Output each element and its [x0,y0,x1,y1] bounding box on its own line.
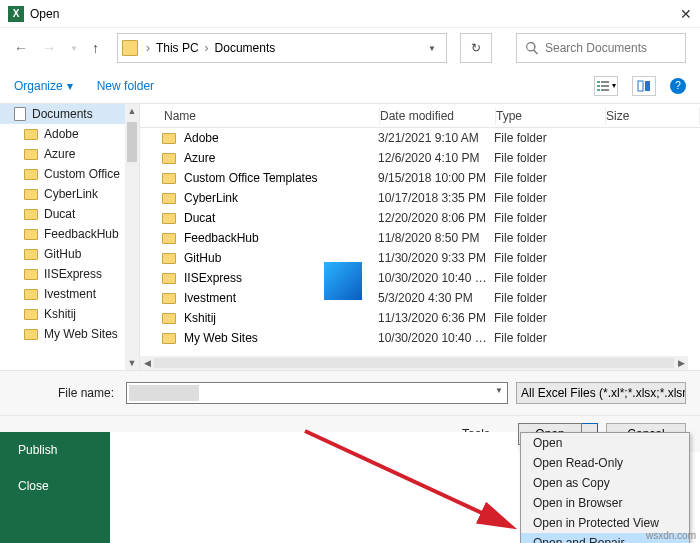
folder-icon [24,329,38,340]
backstage-publish[interactable]: Publish [0,432,110,468]
scroll-down-icon[interactable]: ▼ [125,356,139,370]
file-row[interactable]: Kshitij11/13/2020 6:36 PMFile folder [140,308,700,328]
tree-item[interactable]: Custom Office [0,164,139,184]
folder-icon [24,249,38,260]
file-row[interactable]: Custom Office Templates9/15/2018 10:00 P… [140,168,700,188]
tree-root-documents[interactable]: Documents [0,104,139,124]
close-icon[interactable]: ✕ [680,6,692,22]
file-type: File folder [494,191,604,205]
organize-button[interactable]: Organize ▾ [14,79,73,93]
breadcrumb[interactable]: This PC [152,41,203,55]
file-date: 11/8/2020 8:50 PM [378,231,494,245]
col-type[interactable]: Type [496,107,606,125]
file-name: FeedbackHub [184,231,378,245]
file-type: File folder [494,171,604,185]
backstage-close[interactable]: Close [0,468,110,504]
file-name: Adobe [184,131,378,145]
recent-dropdown-icon[interactable]: ▼ [70,44,78,53]
tree-item[interactable]: CyberLink [0,184,139,204]
scroll-up-icon[interactable]: ▲ [125,104,139,118]
file-hscrollbar[interactable]: ◀ ▶ [140,356,688,370]
file-type-filter[interactable]: All Excel Files (*.xl*;*.xlsx;*.xlsm; ▼ [516,382,686,404]
excel-icon: X [8,6,24,22]
open-menu-item[interactable]: Open Read-Only [521,453,689,473]
back-button[interactable]: ← [14,40,28,56]
folder-icon [162,293,176,304]
file-row[interactable]: CyberLink10/17/2018 3:35 PMFile folder [140,188,700,208]
scroll-left-icon[interactable]: ◀ [140,358,154,368]
search-placeholder: Search Documents [545,41,647,55]
col-size[interactable]: Size [606,107,700,125]
filename-value [129,385,199,401]
tree-item[interactable]: Ducat [0,204,139,224]
tree-label: My Web Sites [44,327,118,341]
tree-item[interactable]: My Web Sites [0,324,139,344]
search-icon [525,41,539,55]
breadcrumb-sep: › [203,41,211,55]
file-row[interactable]: FeedbackHub11/8/2020 8:50 PMFile folder [140,228,700,248]
up-button[interactable]: ↑ [92,40,99,56]
file-row[interactable]: Adobe3/21/2021 9:10 AMFile folder [140,128,700,148]
folder-icon [24,289,38,300]
preview-pane-button[interactable] [632,76,656,96]
file-row[interactable]: Azure12/6/2020 4:10 PMFile folder [140,148,700,168]
folder-icon [24,309,38,320]
tree-item[interactable]: Adobe [0,124,139,144]
view-mode-button[interactable]: ▾ [594,76,618,96]
nav-bar: ← → ▼ ↑ › This PC › Documents ▼ ↻ Search… [0,28,700,68]
open-menu-item[interactable]: Open as Copy [521,473,689,493]
chevron-down-icon[interactable]: ▼ [495,386,503,395]
tree-label: Documents [32,107,93,121]
tree-scrollbar[interactable]: ▲ ▼ [125,104,139,370]
file-type: File folder [494,231,604,245]
open-menu-item[interactable]: Open in Browser [521,493,689,513]
file-date: 3/21/2021 9:10 AM [378,131,494,145]
svg-rect-6 [638,81,643,91]
folder-icon [162,173,176,184]
tree-item[interactable]: FeedbackHub [0,224,139,244]
col-name[interactable]: Name [140,107,380,125]
list-icon [596,80,610,92]
documents-icon [14,107,26,121]
tree-item[interactable]: Azure [0,144,139,164]
svg-rect-4 [597,89,600,91]
scroll-thumb[interactable] [127,122,137,162]
file-type: File folder [494,251,604,265]
address-dropdown-icon[interactable]: ▼ [428,44,442,53]
file-row[interactable]: IISExpress10/30/2020 10:40 …File folder [140,268,700,288]
folder-icon [162,153,176,164]
scroll-right-icon[interactable]: ▶ [674,358,688,368]
folder-icon [162,333,176,344]
refresh-button[interactable]: ↻ [460,33,492,63]
file-row[interactable]: Ivestment5/3/2020 4:30 PMFile folder [140,288,700,308]
filename-row: File name: ▼ All Excel Files (*.xl*;*.xl… [0,370,700,416]
tree-item[interactable]: Ivestment [0,284,139,304]
scroll-track[interactable] [154,358,674,368]
tree-label: CyberLink [44,187,98,201]
file-date: 9/15/2018 10:00 PM [378,171,494,185]
chevron-down-icon: ▾ [612,81,616,90]
svg-rect-2 [597,85,600,87]
tree-label: IISExpress [44,267,102,281]
file-row[interactable]: GitHub11/30/2020 9:33 PMFile folder [140,248,700,268]
file-row[interactable]: My Web Sites10/30/2020 10:40 …File folde… [140,328,700,348]
col-date[interactable]: Date modified [380,107,496,125]
file-row[interactable]: Ducat12/20/2020 8:06 PMFile folder [140,208,700,228]
address-bar[interactable]: › This PC › Documents ▼ [117,33,447,63]
open-menu-item[interactable]: Open [521,433,689,453]
title-bar: X Open ✕ [0,0,700,28]
tree-item[interactable]: IISExpress [0,264,139,284]
forward-button[interactable]: → [42,40,56,56]
tree-label: GitHub [44,247,81,261]
breadcrumb[interactable]: Documents [211,41,280,55]
file-list: Name Date modified Type Size Adobe3/21/2… [140,104,700,370]
tree-item[interactable]: Kshitij [0,304,139,324]
search-input[interactable]: Search Documents [516,33,686,63]
open-dropdown-menu: OpenOpen Read-OnlyOpen as CopyOpen in Br… [520,432,690,543]
filename-input[interactable]: ▼ [126,382,508,404]
tree-item[interactable]: GitHub [0,244,139,264]
folder-tree: Documents AdobeAzureCustom OfficeCyberLi… [0,104,140,370]
file-name: My Web Sites [184,331,378,345]
new-folder-button[interactable]: New folder [97,79,154,93]
help-button[interactable]: ? [670,78,686,94]
